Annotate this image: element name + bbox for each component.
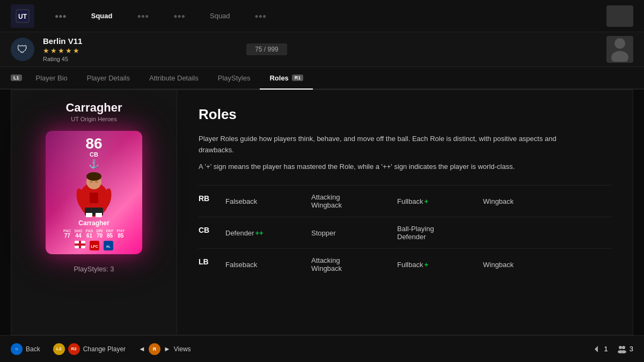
left-arrow-icon: ◄ xyxy=(138,345,145,353)
tab-attribute-details[interactable]: Attribute Details xyxy=(140,67,208,90)
tab-player-bio[interactable]: Player Bio xyxy=(26,67,77,90)
role-rb-attacking-wingback: AttackingWingback xyxy=(311,193,397,209)
card-stat-pac: PAC 77 xyxy=(63,229,71,239)
roles-items-cb: Defender++ Stopper Ball-PlayingDefender xyxy=(225,225,611,241)
tab-playstyles[interactable]: PlayStyles xyxy=(208,67,260,90)
r2-icon: R2 xyxy=(68,343,80,355)
card-player-image xyxy=(62,170,126,218)
role-cb-empty xyxy=(483,225,569,241)
card-stat-def: DEF 85 xyxy=(106,229,113,239)
svg-point-8 xyxy=(95,181,98,183)
right-arrow-icon: ► xyxy=(164,345,171,353)
player-name-display: Carragher xyxy=(65,101,122,115)
player-card: 86 CB ⚓ xyxy=(46,131,142,254)
arrow-left-icon xyxy=(591,344,601,354)
role-lb-fullback: Fullback+ xyxy=(397,256,483,272)
team-rating: Rating 45 xyxy=(43,56,82,62)
svg-rect-14 xyxy=(96,213,102,217)
tab-roles[interactable]: Roles R1 xyxy=(260,67,313,90)
role-rb-wingback: Wingback xyxy=(483,193,569,209)
nav-item-4[interactable]: ●●● xyxy=(251,10,271,22)
svg-rect-13 xyxy=(86,213,92,217)
team-stars: ★★★★★ xyxy=(43,47,82,55)
player-header-info: Berlin V11 ★★★★★ Rating 45 xyxy=(43,36,82,62)
roles-label-cb: CB xyxy=(199,225,225,234)
player-header: 🛡 Berlin V11 ★★★★★ Rating 45 75 / 999 xyxy=(0,32,644,67)
role-lb-wingback: Wingback xyxy=(483,256,569,272)
bottom-right: 1 3 xyxy=(591,344,633,354)
role-rb-falseback: Falseback xyxy=(225,193,311,209)
views-button[interactable]: ◄ R ► Views xyxy=(138,343,191,355)
nav-item-1[interactable]: ●●● xyxy=(50,10,71,22)
header-center-info: 75 / 999 xyxy=(246,43,287,55)
counter-players: 1 xyxy=(591,344,608,354)
player-type-display: UT Origin Heroes xyxy=(71,116,116,122)
svg-marker-19 xyxy=(595,346,598,352)
role-lb-falseback: Falseback xyxy=(225,256,311,272)
svg-point-20 xyxy=(619,346,622,349)
roles-row-cb: CB Defender++ Stopper Ball-PlayingDefend… xyxy=(199,217,611,248)
counter-group: 3 xyxy=(617,344,633,354)
bottom-bar: ○ Back L2 R2 Change Player ◄ R ► Views 1… xyxy=(0,335,644,362)
roles-label-lb: LB xyxy=(199,256,225,266)
card-rating: 86 xyxy=(85,136,102,151)
roles-row-rb: RB Falseback AttackingWingback Fullback+… xyxy=(199,185,611,217)
svg-point-21 xyxy=(622,346,625,349)
role-cb-defender-plusplus: ++ xyxy=(255,229,263,237)
nav-item-3[interactable]: ●●● xyxy=(169,10,189,22)
roles-desc-para2: A '+' sign means the player has mastered… xyxy=(199,161,564,173)
roles-label-rb: RB xyxy=(199,193,225,203)
role-lb-fullback-plus: + xyxy=(424,261,428,269)
back-label: Back xyxy=(26,345,40,353)
tab-badge-l1: L1 xyxy=(11,75,22,81)
nav-logo: UT xyxy=(11,4,34,28)
role-cb-defender: Defender++ xyxy=(225,225,311,241)
l2-icon: L2 xyxy=(53,343,65,355)
counter-value-1: 1 xyxy=(604,345,608,353)
svg-point-23 xyxy=(621,350,626,353)
roles-items-rb: Falseback AttackingWingback Fullback+ Wi… xyxy=(225,193,611,209)
tabs-bar: L1 Player Bio Player Details Attribute D… xyxy=(0,67,644,90)
roles-description: Player Roles guide how players think, be… xyxy=(199,134,564,172)
top-nav: UT ●●● Squad ●●● ●●● Squad ●●● xyxy=(0,0,644,32)
main-content: Carragher UT Origin Heroes 86 CB ⚓ xyxy=(11,90,633,335)
nav-item-squad2[interactable]: Squad xyxy=(206,10,235,22)
playstyles-count: PlayStyles: 3 xyxy=(74,265,114,273)
nav-right-avatar xyxy=(606,5,633,27)
change-player-button[interactable]: L2 R2 Change Player xyxy=(53,343,126,355)
england-flag-icon xyxy=(75,241,85,248)
card-stat-pas: PAS 61 xyxy=(86,229,93,239)
svg-text:LFC: LFC xyxy=(91,245,98,248)
roles-items-lb: Falseback AttackingWingback Fullback+ Wi… xyxy=(225,256,611,272)
nav-item-2[interactable]: ●●● xyxy=(133,10,153,22)
team-badge-icon: 🛡 xyxy=(11,38,34,61)
change-player-label: Change Player xyxy=(83,345,126,353)
roles-table: RB Falseback AttackingWingback Fullback+… xyxy=(199,185,611,280)
card-player-name-label: Carragher xyxy=(78,219,109,227)
roles-row-lb: LB Falseback AttackingWingback Fullback+… xyxy=(199,248,611,280)
card-stats-row: PAC 77 SHO 44 PAS 61 DRI 70 DEF 85 xyxy=(63,229,125,239)
header-avatar xyxy=(606,36,633,63)
right-panel: Roles Player Roles guide how players thi… xyxy=(177,90,633,335)
card-stat-phy: PHY 85 xyxy=(116,229,124,239)
card-stat-dri: DRI 70 xyxy=(96,229,103,239)
role-cb-ball-playing-defender: Ball-PlayingDefender xyxy=(397,225,483,241)
card-position: CB xyxy=(90,151,98,158)
svg-rect-9 xyxy=(90,193,98,203)
tab-badge-r1: R1 xyxy=(292,75,304,81)
r-icon: R xyxy=(149,343,160,355)
team-name: Berlin V11 xyxy=(43,36,82,46)
card-symbol-icon: ⚓ xyxy=(89,159,99,169)
svg-text:PL: PL xyxy=(106,245,111,248)
roles-title: Roles xyxy=(199,106,611,123)
nav-item-squad[interactable]: Squad xyxy=(87,10,117,22)
league-badge-icon: PL xyxy=(104,241,113,250)
club-badge-icon: LFC xyxy=(90,241,99,250)
tab-player-details[interactable]: Player Details xyxy=(77,67,140,90)
card-flags-row: LFC PL xyxy=(75,241,113,250)
back-button[interactable]: ○ Back xyxy=(11,343,40,355)
people-icon xyxy=(617,344,626,354)
card-stat-sho: SHO 44 xyxy=(74,229,82,239)
svg-text:UT: UT xyxy=(18,13,27,20)
svg-point-6 xyxy=(86,172,101,181)
